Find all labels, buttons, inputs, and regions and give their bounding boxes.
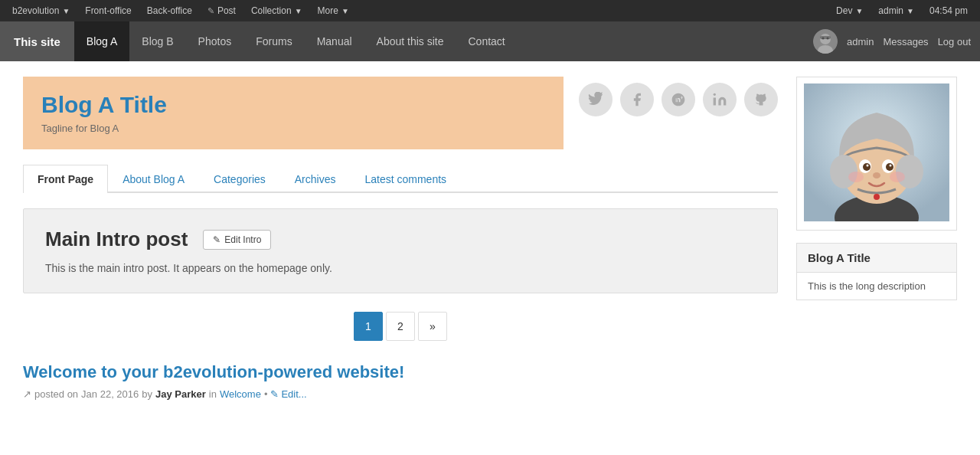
nav-photos[interactable]: Photos (186, 21, 244, 61)
back-office-label: Back-office (147, 5, 192, 16)
tab-front-page[interactable]: Front Page (23, 165, 108, 193)
more-label: More (318, 5, 338, 16)
blog-tagline: Tagline for Blog A (41, 123, 545, 134)
edit-intro-icon: ✎ (213, 234, 220, 245)
linkedin-icon-btn[interactable] (703, 83, 737, 116)
nav-contact-label: Contact (469, 35, 505, 47)
tab-latest-comments[interactable]: Latest comments (350, 165, 461, 193)
post-title[interactable]: Welcome to your b2evolution-powered webs… (23, 362, 778, 382)
facebook-icon-btn[interactable] (620, 83, 654, 116)
nav-blog-a[interactable]: Blog A (74, 21, 129, 61)
nav-contact[interactable]: Contact (456, 21, 518, 61)
googleplus-icon-btn[interactable] (662, 83, 695, 116)
brand-link[interactable]: b2evolution ▼ (6, 0, 76, 21)
nav-blog-b[interactable]: Blog B (129, 21, 185, 61)
this-site-label: This site (14, 35, 60, 48)
avatar (813, 29, 838, 54)
svg-point-17 (867, 165, 869, 167)
sidebar-blog-info-box: Blog A Title This is the long descriptio… (796, 243, 957, 300)
post-edit-link[interactable]: ✎ Edit... (270, 388, 306, 400)
social-icons (579, 83, 778, 116)
svg-rect-5 (820, 36, 831, 39)
more-caret: ▼ (341, 7, 349, 15)
blog-header: Blog A Title Tagline for Blog A (23, 77, 564, 149)
page-next-label: » (430, 320, 436, 332)
collection-label: Collection (251, 5, 292, 16)
brand-caret: ▼ (62, 7, 70, 15)
admin-label: admin (878, 5, 903, 16)
collection-caret: ▼ (295, 7, 302, 15)
edit-intro-label: Edit Intro (224, 234, 261, 245)
post-icon: ✎ (207, 6, 214, 16)
front-office-link[interactable]: Front-office (79, 0, 137, 21)
edit-link-label: Edit... (281, 388, 306, 400)
twitter-icon-btn[interactable] (579, 83, 612, 116)
svg-point-21 (890, 172, 905, 182)
nav-right: admin Messages Log out (804, 29, 980, 54)
svg-point-16 (886, 163, 893, 171)
intro-post: Main Intro post ✎ Edit Intro This is the… (23, 208, 778, 293)
sidebar-blog-info-title: Blog A Title (797, 244, 956, 273)
svg-point-15 (863, 163, 871, 171)
blog-tabs: Front Page About Blog A Categories Archi… (23, 165, 778, 193)
admin-menu[interactable]: admin ▼ (872, 0, 920, 21)
post-menu[interactable]: ✎ Post (201, 0, 242, 21)
logout-link[interactable]: Log out (938, 36, 971, 47)
left-column: Blog A Title Tagline for Blog A (23, 77, 778, 400)
svg-point-20 (848, 172, 864, 182)
page-1-button[interactable]: 1 (354, 312, 383, 341)
front-office-label: Front-office (85, 5, 131, 16)
nav-bar: This site Blog A Blog B Photos Forums Ma… (0, 21, 980, 61)
svg-point-12 (896, 155, 923, 188)
intro-post-header: Main Intro post ✎ Edit Intro (45, 228, 756, 251)
sidebar-blog-info-desc: This is the long description (797, 273, 956, 300)
bullet-separator: • (264, 388, 268, 400)
page-1-label: 1 (365, 320, 371, 332)
svg-point-11 (830, 155, 858, 188)
tab-categories[interactable]: Categories (199, 165, 280, 193)
collection-menu[interactable]: Collection ▼ (245, 0, 309, 21)
post-meta: ↗ posted on Jan 22, 2016 by Jay Parker i… (23, 388, 778, 400)
nav-blog-a-label: Blog A (87, 35, 117, 47)
nav-manual[interactable]: Manual (305, 21, 364, 61)
page-2-label: 2 (397, 320, 403, 332)
back-office-link[interactable]: Back-office (141, 0, 198, 21)
more-menu[interactable]: More ▼ (312, 0, 355, 21)
avatar-svg (813, 29, 838, 54)
nav-about[interactable]: About this site (364, 21, 456, 61)
svg-point-18 (890, 165, 892, 167)
nav-photos-label: Photos (198, 35, 232, 47)
time-display: 04:54 pm (923, 0, 974, 21)
page-next-button[interactable]: » (418, 312, 447, 341)
nav-forums-label: Forums (256, 35, 292, 47)
messages-link[interactable]: Messages (883, 36, 928, 47)
nav-about-label: About this site (377, 35, 444, 47)
welcome-post: Welcome to your b2evolution-powered webs… (23, 362, 778, 400)
time-label: 04:54 pm (929, 5, 968, 16)
nav-manual-label: Manual (317, 35, 352, 47)
dev-menu[interactable]: Dev ▼ (830, 0, 869, 21)
this-site-button[interactable]: This site (0, 21, 74, 61)
post-date: Jan 22, 2016 (81, 388, 139, 400)
nav-forums[interactable]: Forums (243, 21, 304, 61)
github-icon-btn[interactable] (744, 83, 778, 116)
page-2-button[interactable]: 2 (386, 312, 415, 341)
dev-label: Dev (836, 5, 852, 16)
dev-caret: ▼ (855, 7, 863, 15)
tab-archives[interactable]: Archives (280, 165, 351, 193)
tab-about-blog[interactable]: About Blog A (108, 165, 199, 193)
svg-point-22 (874, 194, 880, 200)
edit-link-icon: ✎ (270, 388, 279, 400)
nav-links: Blog A Blog B Photos Forums Manual About… (74, 21, 804, 61)
posted-on-text: posted on (34, 388, 78, 400)
post-category[interactable]: Welcome (220, 388, 261, 400)
sidebar-baby-image (803, 83, 950, 221)
tab-front-page-label: Front Page (38, 173, 93, 185)
edit-intro-button[interactable]: ✎ Edit Intro (203, 230, 271, 250)
svg-point-6 (714, 93, 716, 96)
intro-post-title: Main Intro post (45, 228, 188, 251)
admin-name-link[interactable]: admin (847, 36, 874, 47)
tab-archives-label: Archives (295, 173, 336, 185)
sidebar-image-box (796, 77, 957, 231)
pagination: 1 2 » (23, 312, 778, 341)
